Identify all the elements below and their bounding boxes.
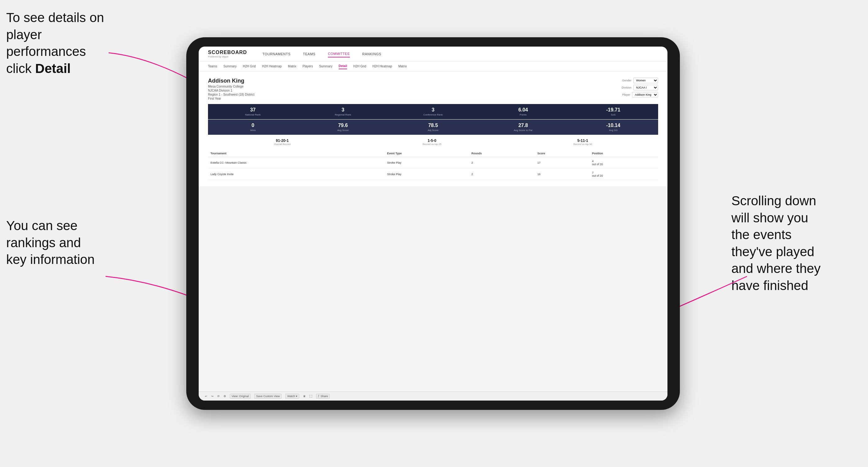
row1-score: 17 <box>535 157 590 168</box>
stat-adj-score: 78.5 Adj Score <box>388 120 478 135</box>
conference-rank-value: 3 <box>391 107 475 113</box>
col-event-type: Event Type <box>385 150 469 157</box>
nav-rankings[interactable]: RANKINGS <box>362 51 381 57</box>
subnav-h2hgrid2[interactable]: H2H Grid <box>353 64 366 69</box>
row1-rounds: 2 <box>469 157 535 168</box>
avg-sg-label: Avg SG <box>571 129 656 132</box>
table-header: Tournament Event Type Rounds Score Posit… <box>208 150 658 157</box>
avg-par-label: Avg Score to Par <box>481 129 566 132</box>
overall-record-label: Overall Record <box>274 143 290 146</box>
national-rank-label: National Rank <box>211 113 295 116</box>
toolbar-settings[interactable]: ⚙ <box>223 395 226 398</box>
toolbar-device[interactable]: 🖥 <box>303 395 306 398</box>
main-content: Addison King Mesa Community College NJCA… <box>199 71 668 392</box>
share-label: Share <box>320 395 328 398</box>
top50-record-value: 5-11-1 <box>574 138 592 143</box>
subnav-summary[interactable]: Summary <box>223 64 237 69</box>
subnav-summary2[interactable]: Summary <box>319 64 333 69</box>
top25-record-label: Record vs top 25 <box>423 143 441 146</box>
nav-committee[interactable]: COMMITTEE <box>328 51 350 57</box>
share-button[interactable]: ⤴ Share <box>316 394 330 399</box>
toolbar-redo[interactable]: ↪ <box>211 395 214 398</box>
division-filter-row: Division NJCAA I NJCAA II <box>621 85 658 90</box>
stat-points: 6.04 Points <box>478 104 568 119</box>
watch-button[interactable]: Watch ▾ <box>285 394 299 399</box>
view-original-button[interactable]: View: Original <box>230 394 251 399</box>
subnav-matrix2[interactable]: Matrix <box>398 64 407 69</box>
avg-score-value: 79.6 <box>301 123 385 128</box>
row2-tournament: Lady Coyote Invite <box>208 168 385 180</box>
col-tournament: Tournament <box>208 150 385 157</box>
subnav-h2hheatmap[interactable]: H2H Heatmap <box>262 64 282 69</box>
annotation-r2: will show you <box>732 211 808 225</box>
gender-filter-row: Gender Women Men <box>622 77 658 83</box>
subnav-teams[interactable]: Teams <box>208 64 217 69</box>
col-position: Position <box>590 150 658 157</box>
regional-rank-value: 3 <box>301 107 385 113</box>
record-overall: 91-20-1 Overall Record <box>274 138 290 146</box>
sos-label: SoS <box>571 113 656 116</box>
player-name: Addison King <box>208 77 254 84</box>
subnav-h2hgrid[interactable]: H2H Grid <box>243 64 256 69</box>
top50-record-label: Record vs top 50 <box>574 143 592 146</box>
stat-regional-rank: 3 Regional Rank <box>298 104 388 119</box>
annotation-r3: the events <box>732 227 792 242</box>
stat-conference-rank: 3 Conference Rank <box>388 104 478 119</box>
stat-avg-score: 79.6 Avg Score <box>298 120 388 135</box>
annotation-bl3: key information <box>6 252 95 267</box>
share-icon: ⤴ <box>318 395 319 398</box>
top-nav: SCOREBOARD Powered by clippd TOURNAMENTS… <box>199 46 668 61</box>
player-select[interactable]: Addison King <box>632 92 658 97</box>
stats-grid-row2: 0 Wins 79.6 Avg Score 78.5 Adj Score 27.… <box>208 120 658 135</box>
annotation-r1: Scrolling down <box>732 193 816 208</box>
toolbar-expand[interactable]: ⛶ <box>310 395 312 398</box>
annotation-line2: player performances <box>6 27 86 59</box>
player-year: First Year <box>208 97 254 100</box>
col-rounds: Rounds <box>469 150 535 157</box>
division-select[interactable]: NJCAA I NJCAA II <box>633 85 658 90</box>
stat-national-rank: 37 National Rank <box>208 104 298 119</box>
stat-sos: -19.71 SoS <box>568 104 658 119</box>
division-label: Division <box>621 86 631 89</box>
annotation-bl2: rankings and <box>6 236 81 250</box>
player-region: Region 1 - Southwest (18) District <box>208 93 254 96</box>
subnav-matrix[interactable]: Matrix <box>288 64 296 69</box>
stat-avg-par: 27.8 Avg Score to Par <box>478 120 568 135</box>
annotation-line3: click <box>6 61 35 76</box>
regional-rank-label: Regional Rank <box>301 113 385 116</box>
record-top25: 1-5-0 Record vs top 25 <box>423 138 441 146</box>
nav-teams[interactable]: TEAMS <box>303 51 315 57</box>
gender-select[interactable]: Women Men <box>633 77 658 83</box>
conference-rank-label: Conference Rank <box>391 113 475 116</box>
subnav-detail[interactable]: Detail <box>339 63 347 69</box>
sos-value: -19.71 <box>571 107 656 113</box>
record-top50: 5-11-1 Record vs top 50 <box>574 138 592 146</box>
avg-par-value: 27.8 <box>481 123 566 128</box>
annotation-bold: Detail <box>35 61 70 76</box>
row2-score: 16 <box>535 168 590 180</box>
save-custom-view-button[interactable]: Save Custom View <box>254 394 282 399</box>
gender-label: Gender <box>622 79 631 82</box>
top25-record-value: 1-5-0 <box>423 138 441 143</box>
avg-score-label: Avg Score <box>301 129 385 132</box>
annotation-bl1: You can see <box>6 218 78 233</box>
col-score: Score <box>535 150 590 157</box>
row1-event-type: Stroke Play <box>385 157 469 168</box>
row2-rounds: 2 <box>469 168 535 180</box>
wins-label: Wins <box>211 129 295 132</box>
wins-value: 0 <box>211 123 295 128</box>
table-row: Lady Coyote Invite Stroke Play 2 16 7out… <box>208 168 658 180</box>
nav-tournaments[interactable]: TOURNAMENTS <box>262 51 290 57</box>
toolbar-refresh[interactable]: ⟳ <box>217 395 220 398</box>
tablet-frame: SCOREBOARD Powered by clippd TOURNAMENTS… <box>186 37 680 410</box>
bottom-toolbar: ↩ ↪ ⟳ ⚙ View: Original Save Custom View … <box>199 392 668 401</box>
logo-text: SCOREBOARD <box>208 50 247 55</box>
row2-event-type: Stroke Play <box>385 168 469 180</box>
player-filters: Gender Women Men Division NJCAA I NJCAA … <box>621 77 658 97</box>
subnav-players[interactable]: Players <box>303 64 313 69</box>
row1-position: 4out of 20 <box>590 157 658 168</box>
toolbar-undo[interactable]: ↩ <box>205 395 207 398</box>
annotation-line1: To see details on <box>6 10 104 25</box>
player-label: Player <box>622 93 630 96</box>
subnav-h2hheatmap2[interactable]: H2H Heatmap <box>373 64 392 69</box>
